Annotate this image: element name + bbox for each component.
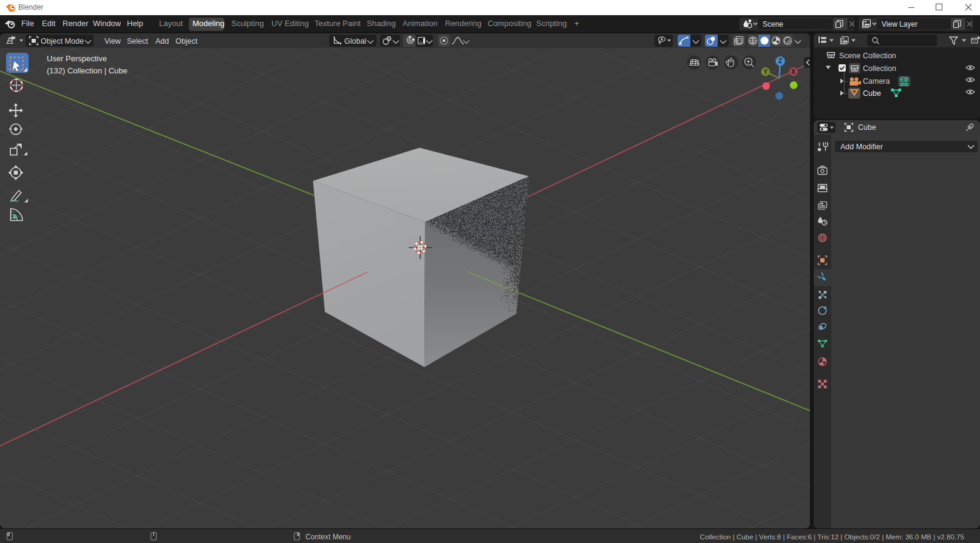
svg-text:Cube: Cube	[863, 89, 881, 98]
svg-text:User Perspective: User Perspective	[47, 54, 107, 63]
svg-text:Scene Collection: Scene Collection	[839, 52, 896, 60]
svg-text:(132) Collection | Cube: (132) Collection | Cube	[47, 66, 128, 75]
svg-text:Z: Z	[778, 58, 782, 64]
svg-text:Y: Y	[763, 69, 767, 75]
svg-text:X: X	[791, 69, 795, 75]
svg-text:Camera: Camera	[863, 77, 890, 86]
svg-text:Collection: Collection	[863, 64, 896, 73]
